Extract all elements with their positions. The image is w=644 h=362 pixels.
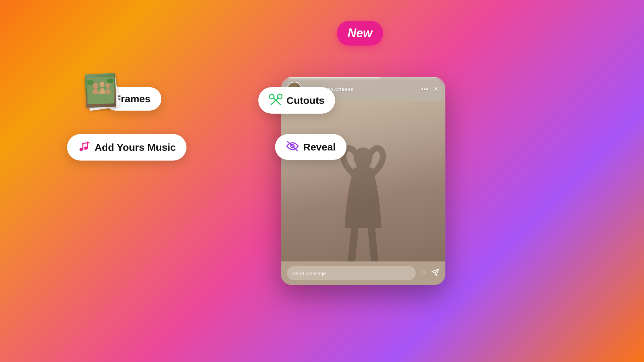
reveal-label: Reveal [303,141,336,153]
cutouts-card[interactable]: Cutouts [258,87,335,114]
story-bottom-bar: Send message ♡ [281,261,445,285]
photo-stack [84,74,121,114]
send-icon[interactable] [431,268,439,278]
header-actions: ••• ✕ [421,85,439,93]
close-button[interactable]: ✕ [434,85,439,93]
reveal-card[interactable]: Reveal [275,134,346,160]
frames-card[interactable]: Frames [104,87,161,111]
music-icon [78,140,91,155]
story-background [281,101,445,261]
story-content [281,101,445,261]
more-options-button[interactable]: ••• [421,85,428,93]
message-input[interactable]: Send message [287,266,416,280]
svg-point-13 [275,100,276,101]
heart-icon[interactable]: ♡ [420,268,427,278]
reveal-icon [286,140,299,154]
add-yours-music-card[interactable]: Add Yours Music [67,134,186,161]
add-yours-music-label: Add Yours Music [95,142,176,153]
action-icons: ♡ [420,268,439,278]
cutouts-label: Cutouts [286,95,324,106]
new-badge: New [337,21,383,46]
photo-front [85,73,116,108]
scissors-icon [269,93,282,108]
